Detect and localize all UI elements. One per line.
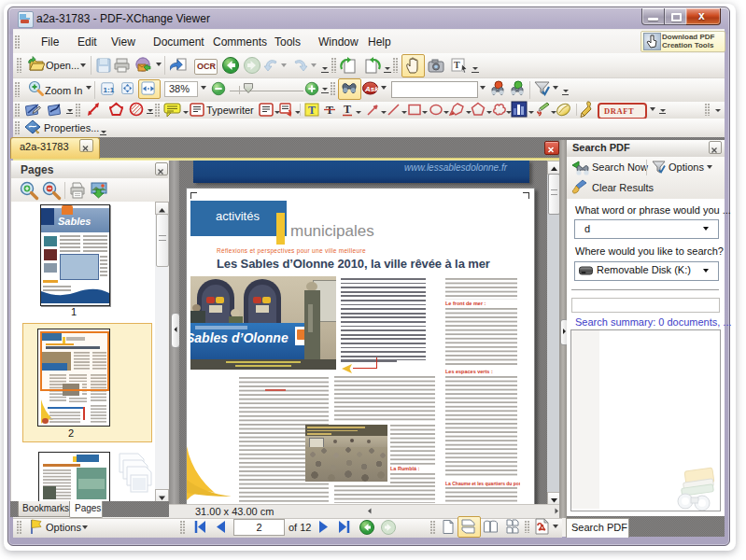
svg-text:1:1: 1:1 <box>104 86 115 94</box>
svg-text:Ask: Ask <box>364 85 378 93</box>
svg-text:T: T <box>308 104 316 117</box>
svg-text:T: T <box>454 60 460 70</box>
svg-text:T: T <box>344 103 351 116</box>
